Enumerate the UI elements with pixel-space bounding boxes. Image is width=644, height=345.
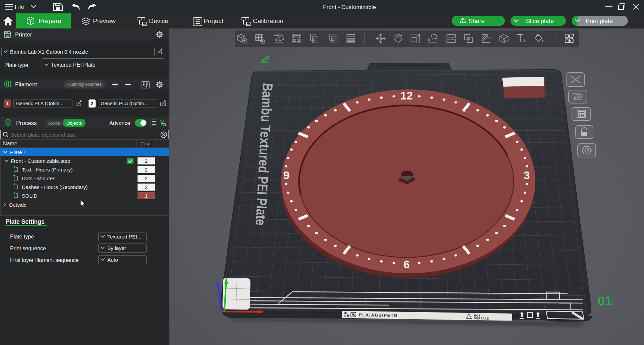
svg-text:Share: Share [469,18,485,24]
svg-text:0: 0 [313,38,315,43]
svg-text:1: 1 [145,193,148,199]
svg-text:3: 3 [524,169,530,182]
svg-text:PLA/ABS/PETG: PLA/ABS/PETG [359,313,398,318]
svg-text:By layer: By layer [107,245,126,251]
svg-text:Print plate: Print plate [586,18,613,24]
svg-text:Textured PEI Plate: Textured PEI Plate [51,62,96,68]
svg-text:First layer filament sequence: First layer filament sequence [10,257,79,263]
svg-text:Printer: Printer [15,31,32,38]
svg-text:Plate Settings: Plate Settings [6,218,45,225]
svg-text:Flushing volumes: Flushing volumes [66,82,102,87]
svg-text:Generic PLA (Optim...: Generic PLA (Optim... [16,101,63,106]
svg-text:Outside: Outside [9,202,26,208]
svg-text:Generic PLA (Optim...: Generic PLA (Optim... [101,101,148,106]
svg-text:Plate type: Plate type [4,62,28,68]
svg-text:Print sequence: Print sequence [10,246,46,251]
svg-text:Text - Hours (Primary): Text - Hours (Primary) [22,167,73,172]
svg-text:2: 2 [145,167,148,172]
svg-text:6: 6 [404,258,410,271]
svg-text:Calibration: Calibration [253,17,283,24]
svg-text:Device: Device [149,17,168,24]
svg-text:Front - Customizable.step: Front - Customizable.step [11,158,70,164]
svg-text:Filament: Filament [15,81,37,88]
svg-text:Objects: Objects [66,121,82,126]
svg-text:Global: Global [48,121,61,126]
svg-text:2: 2 [145,184,148,190]
svg-text:Textured PEI...: Textured PEI... [107,234,142,239]
svg-text:Fila.: Fila. [141,141,151,146]
svg-text:Name: Name [3,141,17,146]
svg-text:P: P [332,38,335,43]
svg-text:File: File [15,4,24,10]
svg-text:Slice plate: Slice plate [526,18,554,24]
svg-text:Auto: Auto [107,257,118,263]
svg-text:SOLID: SOLID [22,193,38,199]
svg-text:a: a [523,38,526,43]
svg-text:01: 01 [597,293,612,308]
svg-text:AUTO: AUTO [573,93,578,95]
svg-text:SURFACE: SURFACE [474,317,489,320]
svg-text:1: 1 [6,101,9,106]
svg-text:Prepare: Prepare [39,17,61,24]
svg-text:Front - Customizable: Front - Customizable [323,4,376,10]
svg-text:Dots - Minutes: Dots - Minutes [22,176,55,181]
svg-text:Dashes - Hours (Secondary): Dashes - Hours (Secondary) [22,184,88,190]
svg-text:Plate type: Plate type [10,234,34,239]
svg-text:Process: Process [16,120,37,126]
svg-text:9: 9 [283,169,290,182]
svg-text:2: 2 [91,101,94,106]
svg-text:Plate 1: Plate 1 [10,149,26,155]
svg-text:Bambu Lab X1 Carbon 0.4 nozzle: Bambu Lab X1 Carbon 0.4 nozzle [10,49,88,55]
svg-text:Preview: Preview [93,17,116,24]
svg-text:2: 2 [145,176,148,181]
svg-text:Project: Project [204,17,224,24]
svg-text:2: 2 [145,158,148,164]
svg-text:Advance: Advance [109,120,130,126]
svg-text:Search plate, object and part.: Search plate, object and part. [11,132,76,138]
svg-text:12: 12 [400,89,413,102]
